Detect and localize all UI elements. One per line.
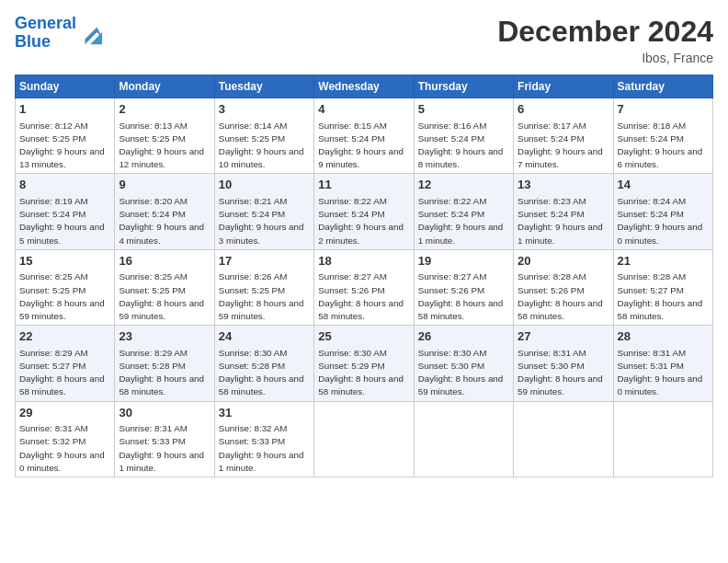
day-number: 25 bbox=[318, 328, 409, 345]
calendar-cell bbox=[314, 401, 414, 477]
calendar-cell: 28 Sunrise: 8:31 AMSunset: 5:31 PMDaylig… bbox=[613, 326, 712, 401]
day-info: Sunrise: 8:25 AMSunset: 5:25 PMDaylight:… bbox=[119, 271, 204, 321]
day-info: Sunrise: 8:31 AMSunset: 5:33 PMDaylight:… bbox=[119, 423, 204, 473]
header-wednesday: Wednesday bbox=[314, 75, 414, 98]
calendar-cell: 27 Sunrise: 8:31 AMSunset: 5:30 PMDaylig… bbox=[514, 326, 613, 401]
calendar-cell bbox=[514, 401, 613, 477]
calendar-week-row: 8 Sunrise: 8:19 AMSunset: 5:24 PMDayligh… bbox=[16, 174, 713, 249]
header-saturday: Saturday bbox=[613, 75, 712, 98]
day-info: Sunrise: 8:20 AMSunset: 5:24 PMDaylight:… bbox=[119, 196, 204, 246]
day-info: Sunrise: 8:14 AMSunset: 5:25 PMDaylight:… bbox=[219, 121, 304, 170]
day-info: Sunrise: 8:28 AMSunset: 5:26 PMDaylight:… bbox=[518, 271, 603, 321]
calendar-cell: 23 Sunrise: 8:29 AMSunset: 5:28 PMDaylig… bbox=[115, 326, 214, 401]
day-info: Sunrise: 8:15 AMSunset: 5:24 PMDaylight:… bbox=[318, 121, 404, 170]
day-number: 1 bbox=[19, 101, 110, 118]
calendar-cell: 29 Sunrise: 8:31 AMSunset: 5:32 PMDaylig… bbox=[16, 401, 115, 477]
weekday-header-row: Sunday Monday Tuesday Wednesday Thursday… bbox=[16, 75, 713, 98]
calendar-cell: 3 Sunrise: 8:14 AMSunset: 5:25 PMDayligh… bbox=[214, 98, 313, 174]
calendar-cell: 17 Sunrise: 8:26 AMSunset: 5:25 PMDaylig… bbox=[214, 249, 313, 325]
day-info: Sunrise: 8:27 AMSunset: 5:26 PMDaylight:… bbox=[418, 271, 504, 321]
logo: General Blue bbox=[15, 15, 104, 52]
day-number: 15 bbox=[19, 253, 110, 270]
day-number: 20 bbox=[518, 253, 609, 270]
day-info: Sunrise: 8:31 AMSunset: 5:32 PMDaylight:… bbox=[19, 423, 105, 473]
calendar-cell: 26 Sunrise: 8:30 AMSunset: 5:30 PMDaylig… bbox=[414, 326, 513, 401]
day-info: Sunrise: 8:29 AMSunset: 5:28 PMDaylight:… bbox=[119, 348, 204, 397]
day-number: 16 bbox=[119, 253, 210, 270]
day-number: 21 bbox=[618, 253, 709, 270]
calendar-cell: 4 Sunrise: 8:15 AMSunset: 5:24 PMDayligh… bbox=[314, 98, 414, 174]
page-container: General Blue December 2024 Ibos, France … bbox=[0, 0, 728, 485]
day-number: 27 bbox=[518, 328, 609, 345]
calendar-cell: 12 Sunrise: 8:22 AMSunset: 5:24 PMDaylig… bbox=[414, 174, 513, 249]
logo-icon bbox=[78, 20, 104, 46]
calendar-cell: 8 Sunrise: 8:19 AMSunset: 5:24 PMDayligh… bbox=[16, 174, 115, 249]
day-info: Sunrise: 8:17 AMSunset: 5:24 PMDaylight:… bbox=[518, 121, 603, 170]
day-number: 30 bbox=[119, 405, 210, 421]
day-number: 24 bbox=[219, 328, 310, 345]
day-info: Sunrise: 8:13 AMSunset: 5:25 PMDaylight:… bbox=[119, 121, 204, 170]
day-number: 28 bbox=[618, 328, 709, 345]
calendar-table: Sunday Monday Tuesday Wednesday Thursday… bbox=[15, 75, 713, 477]
day-info: Sunrise: 8:25 AMSunset: 5:25 PMDaylight:… bbox=[19, 271, 105, 321]
day-number: 31 bbox=[219, 405, 310, 421]
day-info: Sunrise: 8:30 AMSunset: 5:29 PMDaylight:… bbox=[318, 348, 404, 397]
calendar-cell: 25 Sunrise: 8:30 AMSunset: 5:29 PMDaylig… bbox=[314, 326, 414, 401]
calendar-cell bbox=[613, 401, 712, 477]
calendar-cell: 21 Sunrise: 8:28 AMSunset: 5:27 PMDaylig… bbox=[613, 249, 712, 325]
calendar-week-row: 29 Sunrise: 8:31 AMSunset: 5:32 PMDaylig… bbox=[16, 401, 713, 477]
calendar-cell: 16 Sunrise: 8:25 AMSunset: 5:25 PMDaylig… bbox=[115, 249, 214, 325]
location: Ibos, France bbox=[497, 51, 713, 65]
calendar-week-row: 1 Sunrise: 8:12 AMSunset: 5:25 PMDayligh… bbox=[16, 98, 713, 174]
calendar-cell: 2 Sunrise: 8:13 AMSunset: 5:25 PMDayligh… bbox=[115, 98, 214, 174]
day-number: 7 bbox=[618, 101, 709, 118]
calendar-cell: 6 Sunrise: 8:17 AMSunset: 5:24 PMDayligh… bbox=[514, 98, 613, 174]
day-info: Sunrise: 8:23 AMSunset: 5:24 PMDaylight:… bbox=[518, 196, 603, 246]
calendar-cell: 13 Sunrise: 8:23 AMSunset: 5:24 PMDaylig… bbox=[514, 174, 613, 249]
calendar-week-row: 15 Sunrise: 8:25 AMSunset: 5:25 PMDaylig… bbox=[16, 249, 713, 325]
month-title: December 2024 bbox=[497, 15, 713, 49]
day-number: 6 bbox=[518, 101, 609, 118]
day-info: Sunrise: 8:12 AMSunset: 5:25 PMDaylight:… bbox=[19, 121, 105, 170]
calendar-cell: 22 Sunrise: 8:29 AMSunset: 5:27 PMDaylig… bbox=[16, 326, 115, 401]
day-info: Sunrise: 8:32 AMSunset: 5:33 PMDaylight:… bbox=[219, 423, 304, 473]
calendar-cell: 11 Sunrise: 8:22 AMSunset: 5:24 PMDaylig… bbox=[314, 174, 414, 249]
calendar-week-row: 22 Sunrise: 8:29 AMSunset: 5:27 PMDaylig… bbox=[16, 326, 713, 401]
day-number: 3 bbox=[219, 101, 310, 118]
calendar-cell: 9 Sunrise: 8:20 AMSunset: 5:24 PMDayligh… bbox=[115, 174, 214, 249]
calendar-cell: 24 Sunrise: 8:30 AMSunset: 5:28 PMDaylig… bbox=[214, 326, 313, 401]
calendar-cell: 1 Sunrise: 8:12 AMSunset: 5:25 PMDayligh… bbox=[16, 98, 115, 174]
calendar-cell: 19 Sunrise: 8:27 AMSunset: 5:26 PMDaylig… bbox=[414, 249, 513, 325]
day-info: Sunrise: 8:19 AMSunset: 5:24 PMDaylight:… bbox=[19, 196, 105, 246]
day-info: Sunrise: 8:26 AMSunset: 5:25 PMDaylight:… bbox=[219, 271, 304, 321]
day-info: Sunrise: 8:31 AMSunset: 5:30 PMDaylight:… bbox=[518, 348, 603, 397]
header: General Blue December 2024 Ibos, France bbox=[15, 15, 713, 65]
day-number: 26 bbox=[418, 328, 509, 345]
calendar-cell: 20 Sunrise: 8:28 AMSunset: 5:26 PMDaylig… bbox=[514, 249, 613, 325]
day-info: Sunrise: 8:29 AMSunset: 5:27 PMDaylight:… bbox=[19, 348, 105, 397]
calendar-cell: 10 Sunrise: 8:21 AMSunset: 5:24 PMDaylig… bbox=[214, 174, 313, 249]
header-friday: Friday bbox=[514, 75, 613, 98]
header-sunday: Sunday bbox=[16, 75, 115, 98]
day-number: 5 bbox=[418, 101, 509, 118]
day-number: 29 bbox=[19, 405, 110, 421]
day-info: Sunrise: 8:18 AMSunset: 5:24 PMDaylight:… bbox=[618, 121, 703, 170]
day-number: 9 bbox=[119, 177, 210, 193]
day-number: 17 bbox=[219, 253, 310, 270]
day-number: 10 bbox=[219, 177, 310, 193]
header-thursday: Thursday bbox=[414, 75, 513, 98]
day-number: 4 bbox=[318, 101, 409, 118]
day-number: 11 bbox=[318, 177, 409, 193]
logo-text: General Blue bbox=[15, 15, 76, 52]
day-number: 23 bbox=[119, 328, 210, 345]
calendar-cell: 7 Sunrise: 8:18 AMSunset: 5:24 PMDayligh… bbox=[613, 98, 712, 174]
day-number: 18 bbox=[318, 253, 409, 270]
day-info: Sunrise: 8:27 AMSunset: 5:26 PMDaylight:… bbox=[318, 271, 404, 321]
day-info: Sunrise: 8:28 AMSunset: 5:27 PMDaylight:… bbox=[618, 271, 703, 321]
day-info: Sunrise: 8:16 AMSunset: 5:24 PMDaylight:… bbox=[418, 121, 504, 170]
calendar-cell bbox=[414, 401, 513, 477]
day-info: Sunrise: 8:24 AMSunset: 5:24 PMDaylight:… bbox=[618, 196, 703, 246]
day-number: 13 bbox=[518, 177, 609, 193]
calendar-cell: 30 Sunrise: 8:31 AMSunset: 5:33 PMDaylig… bbox=[115, 401, 214, 477]
calendar-cell: 15 Sunrise: 8:25 AMSunset: 5:25 PMDaylig… bbox=[16, 249, 115, 325]
